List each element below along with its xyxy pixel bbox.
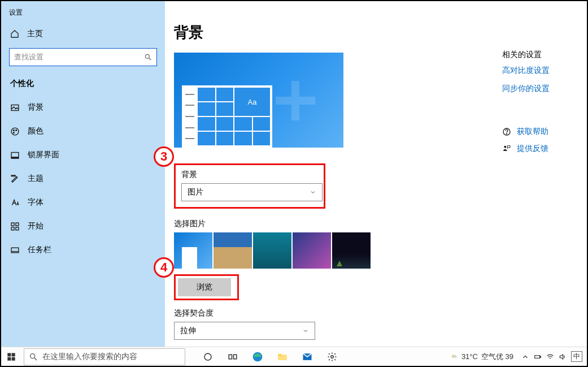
nav-item-fonts[interactable]: 字体 xyxy=(1,191,165,214)
help-icon xyxy=(502,127,511,136)
nav-item-start[interactable]: 开始 xyxy=(1,214,165,238)
task-view-button[interactable] xyxy=(220,347,245,366)
related-settings-pane: 相关的设置 高对比度设置 同步你的设置 获取帮助 提供反馈 xyxy=(502,50,573,161)
background-type-dropdown[interactable]: 图片 xyxy=(181,183,323,201)
picture-thumb-3[interactable] xyxy=(253,232,291,269)
svg-rect-19 xyxy=(7,353,11,356)
svg-point-23 xyxy=(31,353,35,358)
edge-icon xyxy=(252,351,263,362)
page-title: 背景 xyxy=(174,23,576,42)
svg-point-3 xyxy=(11,128,19,135)
svg-rect-22 xyxy=(12,357,15,360)
settings-sidebar: 设置 主页 查找设置 个性化 背景 颜色 锁屏界面 主题 字体 xyxy=(1,1,165,348)
browse-button[interactable]: 浏览 xyxy=(178,278,231,296)
picture-thumb-2[interactable] xyxy=(214,232,252,269)
link-feedback[interactable]: 提供反馈 xyxy=(517,144,548,154)
nav-item-label: 锁屏界面 xyxy=(28,150,59,160)
svg-rect-26 xyxy=(229,355,232,359)
picture-icon xyxy=(10,103,20,113)
background-preview: Aa xyxy=(174,53,343,148)
settings-button[interactable] xyxy=(320,347,345,366)
search-placeholder: 查找设置 xyxy=(14,52,43,62)
related-header: 相关的设置 xyxy=(502,50,573,60)
settings-main: 背景 Aa 3 背景 图片 选择图 xyxy=(165,1,587,348)
svg-line-24 xyxy=(34,358,37,360)
weather-icon xyxy=(450,353,458,361)
nav-item-colors[interactable]: 颜色 xyxy=(1,119,165,143)
start-button[interactable] xyxy=(1,347,21,366)
preview-aa-tile: Aa xyxy=(234,88,270,116)
mail-button[interactable] xyxy=(295,347,320,366)
mail-icon xyxy=(302,351,313,362)
home-icon xyxy=(10,29,19,38)
svg-point-0 xyxy=(145,54,149,58)
taskbar-icon xyxy=(10,245,20,255)
nav-home-label: 主页 xyxy=(27,29,43,39)
svg-point-4 xyxy=(13,129,14,131)
font-icon xyxy=(10,198,20,208)
sidebar-search[interactable]: 查找设置 xyxy=(9,48,157,66)
link-get-help[interactable]: 获取帮助 xyxy=(517,127,548,137)
svg-point-25 xyxy=(204,353,211,360)
taskbar: 在这里输入你要搜索的内容 31°C 空气优 39 中 xyxy=(1,347,587,366)
nav-item-label: 颜色 xyxy=(28,126,43,136)
feedback-icon xyxy=(502,144,511,153)
window-title: 设置 xyxy=(1,6,165,23)
task-view-icon xyxy=(228,352,238,362)
picture-thumbnails xyxy=(174,232,576,269)
svg-point-18 xyxy=(504,146,506,148)
svg-point-31 xyxy=(331,355,334,358)
nav-item-label: 主题 xyxy=(28,174,43,184)
weather-text[interactable]: 空气优 39 xyxy=(481,352,513,362)
picture-thumb-1[interactable] xyxy=(174,232,212,269)
dropdown-value: 图片 xyxy=(188,187,203,197)
sidebar-category: 个性化 xyxy=(1,74,165,96)
svg-rect-29 xyxy=(278,355,287,360)
svg-rect-27 xyxy=(234,355,237,359)
annotation-badge-3: 3 xyxy=(154,146,174,167)
svg-rect-21 xyxy=(7,357,11,360)
annotation-box-4: 浏览 xyxy=(174,274,239,300)
nav-item-label: 开始 xyxy=(28,221,43,231)
svg-rect-13 xyxy=(16,227,19,230)
svg-line-1 xyxy=(149,58,151,61)
wifi-icon[interactable] xyxy=(546,353,554,361)
nav-home[interactable]: 主页 xyxy=(1,23,165,45)
battery-icon[interactable] xyxy=(534,353,542,361)
svg-rect-9 xyxy=(11,175,15,176)
link-sync-settings[interactable]: 同步你的设置 xyxy=(502,84,573,94)
picture-thumb-5[interactable] xyxy=(332,232,371,269)
volume-icon[interactable] xyxy=(559,353,567,361)
fit-dropdown[interactable]: 拉伸 xyxy=(174,322,315,340)
weather-temp[interactable]: 31°C xyxy=(461,352,478,361)
annotation-box-3: 背景 图片 xyxy=(174,163,325,209)
cortana-button[interactable] xyxy=(195,347,220,366)
svg-point-5 xyxy=(16,129,17,131)
explorer-button[interactable] xyxy=(270,347,295,366)
folder-icon xyxy=(277,351,288,362)
ime-indicator[interactable]: 中 xyxy=(571,351,582,362)
picture-thumb-4[interactable] xyxy=(293,232,331,269)
dropdown-value: 拉伸 xyxy=(180,326,196,336)
nav-item-label: 字体 xyxy=(28,197,43,208)
brush-icon xyxy=(10,174,20,184)
nav-item-taskbar[interactable]: 任务栏 xyxy=(1,238,165,262)
search-icon xyxy=(144,53,152,61)
svg-rect-7 xyxy=(11,152,19,157)
svg-rect-11 xyxy=(16,223,19,226)
nav-item-lockscreen[interactable]: 锁屏界面 xyxy=(1,143,165,167)
svg-rect-12 xyxy=(11,227,14,230)
background-section-label: 背景 xyxy=(181,170,318,180)
link-high-contrast[interactable]: 高对比度设置 xyxy=(502,66,573,76)
nav-item-background[interactable]: 背景 xyxy=(1,96,165,119)
lockscreen-icon xyxy=(10,150,20,160)
gear-icon xyxy=(327,352,337,362)
svg-point-6 xyxy=(13,132,14,133)
taskbar-tray: 31°C 空气优 39 中 xyxy=(450,351,587,362)
svg-rect-10 xyxy=(11,223,14,226)
chevron-up-icon[interactable] xyxy=(521,353,529,361)
taskbar-search[interactable]: 在这里输入你要搜索的内容 xyxy=(24,348,185,365)
nav-item-themes[interactable]: 主题 xyxy=(1,167,165,191)
svg-rect-33 xyxy=(535,355,540,358)
edge-button[interactable] xyxy=(245,347,270,366)
